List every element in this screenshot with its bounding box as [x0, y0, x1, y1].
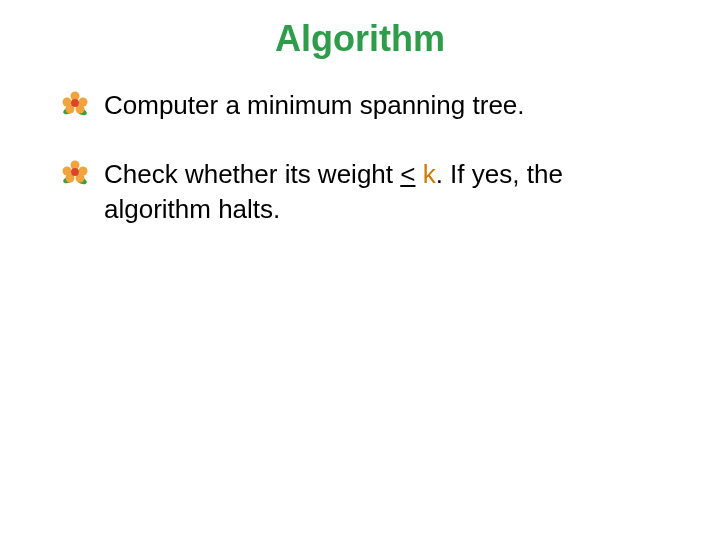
- bullet-text-2: Check whether its weight < k. If yes, th…: [104, 159, 563, 224]
- leq-symbol: <: [400, 159, 415, 189]
- bullet-list: Computer a minimum spanning tree. Check …: [0, 88, 720, 227]
- slide-title: Algorithm: [0, 18, 720, 60]
- slide: Algorithm Computer a minimum spanning tr…: [0, 18, 720, 540]
- bullet-2-prefix: Check whether its weight: [104, 159, 400, 189]
- bullet-text-1: Computer a minimum spanning tree.: [104, 90, 525, 120]
- flower-icon: [62, 160, 88, 186]
- variable-k: k: [423, 159, 436, 189]
- bullet-item-1: Computer a minimum spanning tree.: [60, 88, 660, 123]
- bullet-2-space: [415, 159, 422, 189]
- svg-point-15: [71, 168, 79, 176]
- flower-icon: [62, 91, 88, 117]
- bullet-item-2: Check whether its weight < k. If yes, th…: [60, 157, 660, 227]
- svg-point-7: [71, 99, 79, 107]
